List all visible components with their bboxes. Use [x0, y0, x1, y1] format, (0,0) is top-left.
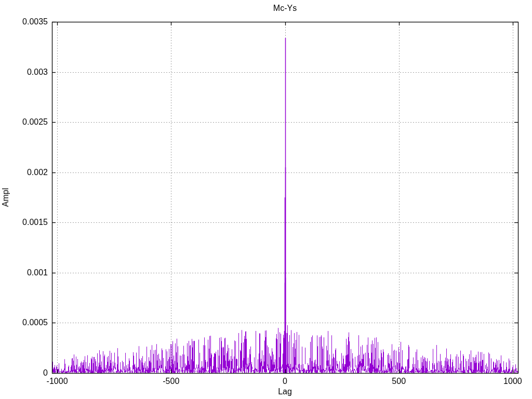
y-tick-label: 0.002: [0, 167, 48, 178]
x-tick-label: -1000: [26, 376, 88, 387]
x-tick-label: 1000: [482, 376, 532, 387]
plot-canvas: [0, 0, 532, 399]
x-axis-label: Lag: [52, 387, 518, 397]
x-tick-label: 500: [368, 376, 430, 387]
y-tick-label: 0.0015: [0, 217, 48, 228]
y-tick-label: 0.0025: [0, 117, 48, 127]
x-tick-label: -500: [140, 376, 202, 387]
chart-title: Mc-Ys: [52, 3, 518, 14]
correlation-chart: Mc-Ys Lag Ampl 00.00050.0010.00150.0020.…: [0, 0, 532, 399]
y-tick-label: 0.0005: [0, 317, 48, 328]
y-axis-label: Ampl: [1, 188, 11, 207]
y-tick-label: 0.003: [0, 67, 48, 77]
x-tick-label: 0: [254, 376, 316, 387]
y-tick-label: 0.0035: [0, 17, 48, 27]
y-tick-label: 0.001: [0, 268, 48, 278]
